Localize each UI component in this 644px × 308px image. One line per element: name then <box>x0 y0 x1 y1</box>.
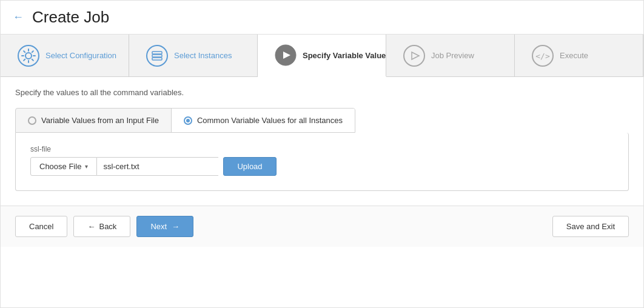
form-area: ssl-file Choose File ▾ Upload <box>15 133 629 191</box>
next-label: Next <box>150 222 167 231</box>
step-job-preview-label: Job Preview <box>431 51 474 60</box>
step-select-instances[interactable]: Select Instances <box>129 35 258 76</box>
footer: Cancel ← Back Next → Save and Exit <box>1 206 643 247</box>
svg-marker-9 <box>412 52 419 59</box>
description-text: Specify the values to all the command va… <box>15 88 629 97</box>
dropdown-arrow-icon: ▾ <box>85 163 88 170</box>
step-select-instances-label: Select Instances <box>174 51 232 60</box>
cancel-button[interactable]: Cancel <box>15 216 67 237</box>
play-outline-icon <box>403 45 425 67</box>
gear-icon <box>18 45 39 67</box>
radio-input-file[interactable] <box>28 116 36 125</box>
back-button[interactable]: ← Back <box>73 216 130 237</box>
page-wrapper: ← Create Job Select Configuration <box>0 0 644 308</box>
step-specify-variable-values-label: Specify Variable Values <box>303 51 391 60</box>
steps-bar: Select Configuration Select Instances <box>1 35 643 77</box>
step-job-preview[interactable]: Job Preview <box>386 35 515 76</box>
tab-options: Variable Values from an Input File Commo… <box>15 108 355 133</box>
step-select-configuration[interactable]: Select Configuration <box>1 35 129 76</box>
svg-text:</>: </> <box>535 52 550 61</box>
file-name-input[interactable] <box>97 157 218 176</box>
step-execute[interactable]: </> Execute <box>515 35 643 76</box>
svg-point-8 <box>404 45 424 66</box>
next-arrow-icon: → <box>172 222 179 231</box>
code-icon: </> <box>532 45 554 67</box>
back-arrow-icon[interactable]: ← <box>13 11 24 24</box>
choose-file-label: Choose File <box>39 162 81 171</box>
step-specify-variable-values[interactable]: Specify Variable Values <box>258 35 386 77</box>
choose-file-button[interactable]: Choose File ▾ <box>30 157 97 176</box>
svg-rect-4 <box>152 55 162 57</box>
step-select-configuration-label: Select Configuration <box>45 51 116 60</box>
radio-common-values[interactable] <box>184 116 192 125</box>
svg-rect-3 <box>152 52 162 54</box>
header: ← Create Job <box>1 1 643 35</box>
page-title: Create Job <box>32 8 109 27</box>
main-content: Specify the values to all the command va… <box>1 77 643 191</box>
svg-point-2 <box>147 45 167 66</box>
ssl-file-label: ssl-file <box>30 145 614 153</box>
tab-input-file[interactable]: Variable Values from an Input File <box>16 109 172 132</box>
tab-common-values-label: Common Variable Values for all Instances <box>197 116 343 125</box>
save-and-exit-button[interactable]: Save and Exit <box>552 216 629 237</box>
svg-rect-5 <box>152 58 162 60</box>
step-execute-label: Execute <box>560 51 588 60</box>
file-input-row: Choose File ▾ Upload <box>30 157 614 176</box>
upload-button[interactable]: Upload <box>223 157 276 176</box>
back-label: Back <box>99 222 116 231</box>
back-arrow-icon: ← <box>87 222 95 231</box>
footer-right: Save and Exit <box>552 216 629 237</box>
next-button[interactable]: Next → <box>136 216 193 237</box>
svg-point-1 <box>25 53 32 59</box>
tab-input-file-label: Variable Values from an Input File <box>41 116 159 125</box>
play-filled-icon <box>275 44 297 66</box>
layers-icon <box>146 45 168 67</box>
tab-common-values[interactable]: Common Variable Values for all Instances <box>172 109 355 132</box>
